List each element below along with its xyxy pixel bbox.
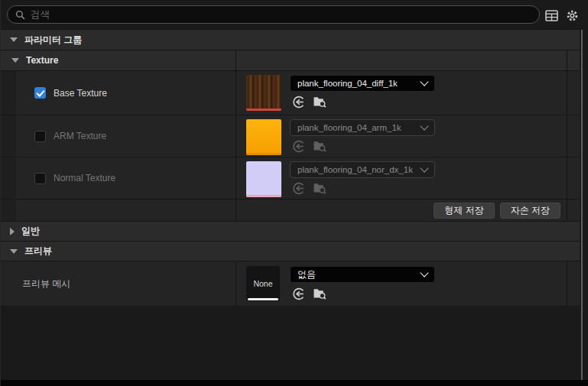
browse-to-asset-icon[interactable] [313, 95, 326, 109]
display-filter-icon[interactable] [544, 8, 558, 22]
base-texture-asset-dropdown[interactable]: plank_flooring_04_diff_1k [290, 75, 435, 92]
row-indent [1, 71, 15, 115]
scrollbar[interactable] [581, 30, 583, 380]
row-indent [1, 115, 15, 157]
category-label: 프리뷰 [24, 245, 52, 258]
category-parameter-groups[interactable]: 파라미터 그룹 [1, 29, 580, 50]
category-label: Texture [26, 55, 58, 66]
details-rows: 파라미터 그룹 Texture Base Texture p [1, 29, 580, 307]
normal-texture-checkbox[interactable] [34, 173, 46, 184]
gear-icon[interactable] [565, 8, 579, 22]
chevron-expanded-icon [10, 249, 18, 254]
chevron-expanded-icon [10, 37, 18, 42]
browse-to-asset-icon[interactable] [313, 287, 326, 300]
thumbnail-text: None [253, 279, 272, 288]
chevron-down-icon [420, 164, 428, 172]
details-panel: 검색 파라미터 그룹 Texture [0, 0, 588, 386]
arm-texture-checkbox[interactable] [34, 131, 46, 142]
param-label: 프리뷰 메시 [22, 277, 70, 290]
chevron-collapsed-icon [10, 228, 15, 235]
preview-mesh-row: 프리뷰 메시 None 없음 [1, 261, 580, 307]
param-label: Normal Texture [54, 173, 115, 183]
asset-name: plank_flooring_04_diff_1k [297, 79, 398, 88]
chevron-down-icon [420, 77, 428, 86]
chevron-down-icon [420, 122, 428, 130]
use-selected-asset-icon[interactable] [291, 139, 305, 153]
category-general[interactable]: 일반 [1, 221, 580, 241]
preview-mesh-dropdown[interactable]: 없음 [290, 266, 435, 283]
param-row-normal-texture: Normal Texture plank_flooring_04_nor_dx_… [1, 157, 580, 199]
row-indent [1, 199, 15, 221]
base-texture-checkbox[interactable] [34, 87, 46, 99]
param-row-arm-texture: ARM Texture plank_flooring_04_arm_1k [1, 115, 580, 157]
save-buttons-row: 형제 저장 자손 저장 [1, 199, 580, 221]
selected-value: 없음 [297, 268, 316, 281]
category-preview[interactable]: 프리뷰 [1, 241, 580, 261]
search-placeholder: 검색 [31, 8, 50, 21]
asset-name: plank_flooring_04_arm_1k [297, 123, 401, 132]
chevron-down-icon [420, 268, 428, 277]
browse-to-asset-icon[interactable] [313, 139, 326, 153]
asset-type-stripe [246, 153, 281, 155]
use-selected-asset-icon[interactable] [291, 287, 305, 300]
use-selected-asset-icon[interactable] [291, 95, 305, 109]
asset-type-stripe [246, 109, 281, 111]
save-child-button[interactable]: 자손 저장 [500, 203, 560, 219]
preview-mesh-thumbnail[interactable]: None [246, 266, 280, 301]
asset-type-stripe [248, 298, 278, 300]
normal-texture-asset-dropdown[interactable]: plank_flooring_04_nor_dx_1k [290, 161, 435, 178]
chevron-expanded-icon [11, 58, 19, 63]
asset-type-stripe [246, 195, 281, 197]
category-label: 일반 [21, 225, 40, 238]
normal-texture-thumbnail[interactable] [246, 161, 281, 197]
save-sibling-button[interactable]: 형제 저장 [434, 203, 494, 219]
param-row-base-texture: Base Texture plank_flooring_04_diff_1k [1, 70, 580, 115]
category-label: 파라미터 그룹 [24, 34, 82, 47]
panel-bottom-edge [1, 380, 588, 386]
use-selected-asset-icon[interactable] [291, 181, 305, 195]
arm-texture-asset-dropdown[interactable]: plank_flooring_04_arm_1k [290, 119, 435, 136]
asset-name: plank_flooring_04_nor_dx_1k [297, 165, 413, 174]
browse-to-asset-icon[interactable] [313, 181, 326, 195]
arm-texture-thumbnail[interactable] [246, 119, 281, 155]
search-icon [15, 10, 25, 20]
search-input[interactable]: 검색 [7, 5, 540, 24]
category-texture[interactable]: Texture [1, 50, 580, 70]
param-label: ARM Texture [54, 131, 106, 141]
base-texture-thumbnail[interactable] [246, 75, 281, 111]
row-indent [1, 157, 15, 199]
param-label: Base Texture [54, 88, 107, 99]
